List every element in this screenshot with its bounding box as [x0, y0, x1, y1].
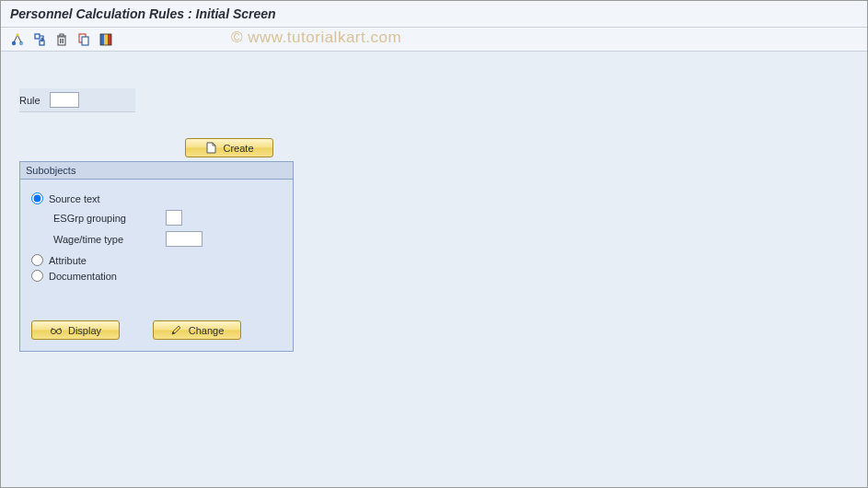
delete-icon[interactable] — [52, 30, 71, 49]
radio-attribute-input[interactable] — [31, 254, 43, 266]
esg-input[interactable] — [166, 210, 182, 226]
radio-source-text[interactable]: Source text — [31, 192, 282, 204]
main-content: Rule Create Subobjects Source text ESGrp… — [1, 52, 867, 352]
radio-documentation[interactable]: Documentation — [31, 270, 282, 282]
radio-source-text-input[interactable] — [31, 192, 43, 204]
wage-label: Wage/time type — [53, 234, 160, 245]
rule-input[interactable] — [50, 92, 79, 108]
svg-rect-10 — [108, 34, 111, 45]
radio-attribute-label: Attribute — [49, 255, 87, 266]
radio-source-text-label: Source text — [49, 193, 100, 204]
svg-rect-7 — [82, 37, 88, 45]
reference-icon[interactable] — [30, 30, 49, 49]
wage-field: Wage/time type — [53, 231, 282, 247]
pencil-icon — [170, 324, 183, 337]
esg-label: ESGrp grouping — [53, 213, 160, 224]
display-button-label: Display — [68, 325, 101, 336]
document-new-icon — [204, 142, 217, 155]
radio-attribute[interactable]: Attribute — [31, 254, 282, 266]
svg-rect-3 — [35, 34, 40, 39]
create-button-label: Create — [223, 143, 253, 154]
radio-documentation-input[interactable] — [31, 270, 43, 282]
create-button[interactable]: Create — [185, 138, 273, 157]
svg-rect-9 — [104, 34, 108, 45]
svg-rect-8 — [100, 34, 104, 45]
glasses-icon — [50, 324, 63, 337]
subobjects-group: Subobjects Source text ESGrp grouping Wa… — [19, 161, 294, 352]
subobjects-title: Subobjects — [20, 162, 293, 180]
wage-input[interactable] — [166, 231, 203, 247]
svg-point-2 — [16, 33, 18, 36]
hierarchy-icon[interactable] — [8, 30, 27, 49]
display-button[interactable]: Display — [31, 320, 120, 340]
copy-icon[interactable] — [75, 30, 93, 49]
rule-field-row: Rule — [19, 88, 135, 112]
change-button[interactable]: Change — [153, 320, 241, 340]
radio-documentation-label: Documentation — [49, 271, 117, 282]
rule-label: Rule — [19, 95, 41, 106]
layout-icon[interactable] — [97, 30, 115, 49]
page-title: Personnel Calculation Rules : Initial Sc… — [1, 1, 867, 28]
app-toolbar — [1, 28, 867, 52]
esg-field: ESGrp grouping — [53, 210, 282, 226]
change-button-label: Change — [189, 325, 225, 336]
